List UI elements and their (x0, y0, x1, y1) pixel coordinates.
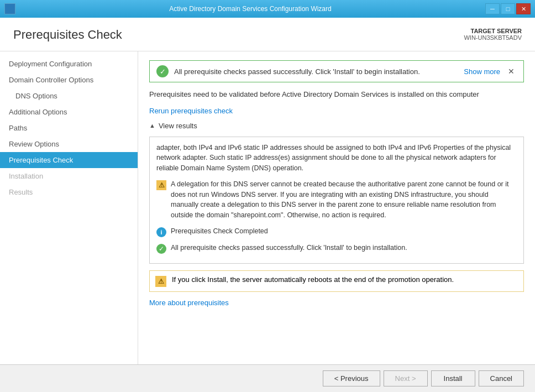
target-server-name: WIN-UN3SKBT5ADV (464, 34, 522, 41)
target-server-label: TARGET SERVER (464, 28, 522, 34)
more-about-link[interactable]: More about prerequisites (149, 299, 524, 307)
result-item: ✓ All prerequisite checks passed success… (156, 243, 517, 254)
banner-close-button[interactable]: ✕ (506, 67, 517, 76)
view-results-chevron: ▲ (149, 122, 155, 129)
show-more-link[interactable]: Show more (464, 67, 500, 76)
title-bar: Active Directory Domain Services Configu… (0, 0, 535, 18)
view-results-label: View results (159, 122, 197, 130)
results-content: adapter, both IPv4 and IPv6 static IP ad… (150, 137, 523, 259)
result-text: adapter, both IPv4 and IPv6 static IP ad… (156, 143, 517, 174)
warning-note-text: If you click Install, the server automat… (172, 275, 454, 284)
app-icon (4, 3, 15, 14)
sidebar-item-paths[interactable]: Paths (0, 120, 138, 136)
previous-button[interactable]: < Previous (323, 370, 380, 386)
result-item: i Prerequisites Check Completed (156, 226, 517, 237)
sidebar-item-prerequisites-check[interactable]: Prerequisites Check (0, 152, 138, 168)
sidebar-item-installation: Installation (0, 168, 138, 184)
main-panel: ✓ All prerequisite checks passed success… (138, 51, 535, 364)
sidebar-item-dns-options[interactable]: DNS Options (0, 88, 138, 104)
main-window: Prerequisites Check TARGET SERVER WIN-UN… (0, 18, 535, 392)
sidebar-item-review-options[interactable]: Review Options (0, 136, 138, 152)
view-results-toggle[interactable]: ▲ View results (149, 122, 524, 130)
content-area: Deployment ConfigurationDomain Controlle… (0, 51, 535, 364)
cancel-button[interactable]: Cancel (479, 370, 524, 386)
next-button: Next > (384, 370, 428, 386)
result-text: A delegation for this DNS server cannot … (171, 179, 517, 221)
page-title: Prerequisites Check (13, 28, 122, 42)
result-text: All prerequisite checks passed successfu… (171, 243, 407, 253)
header: Prerequisites Check TARGET SERVER WIN-UN… (0, 18, 535, 51)
window-controls: ─ □ ✕ (485, 3, 531, 14)
results-box[interactable]: adapter, both IPv4 and IPv6 static IP ad… (149, 137, 524, 264)
sidebar: Deployment ConfigurationDomain Controlle… (0, 51, 138, 364)
result-item: adapter, both IPv4 and IPv6 static IP ad… (156, 143, 517, 174)
sidebar-item-results: Results (0, 184, 138, 200)
result-text: Prerequisites Check Completed (171, 226, 268, 237)
sidebar-item-domain-controller-options[interactable]: Domain Controller Options (0, 72, 138, 88)
install-button[interactable]: Install (431, 370, 475, 386)
title-bar-text: Active Directory Domain Services Configu… (15, 5, 485, 13)
sidebar-item-deployment-configuration[interactable]: Deployment Configuration (0, 56, 138, 72)
banner-text: All prerequisite checks passed successfu… (174, 67, 458, 76)
warning-note: ⚠ If you click Install, the server autom… (149, 270, 524, 292)
sidebar-item-additional-options[interactable]: Additional Options (0, 104, 138, 120)
close-button[interactable]: ✕ (516, 3, 531, 14)
result-item: ⚠ A delegation for this DNS server canno… (156, 179, 517, 221)
warning-icon: ⚠ (156, 180, 166, 190)
minimize-button[interactable]: ─ (485, 3, 500, 14)
success-banner: ✓ All prerequisite checks passed success… (149, 60, 524, 82)
info-icon: i (156, 227, 166, 237)
maximize-button[interactable]: □ (501, 3, 515, 14)
banner-check-icon: ✓ (156, 65, 169, 77)
check-icon: ✓ (156, 244, 166, 254)
description-text: Prerequisites need to be validated befor… (149, 89, 524, 100)
warning-note-icon: ⚠ (155, 276, 166, 287)
footer: < Previous Next > Install Cancel (0, 364, 535, 392)
target-server-info: TARGET SERVER WIN-UN3SKBT5ADV (464, 28, 522, 41)
rerun-link[interactable]: Rerun prerequisites check (149, 107, 524, 115)
